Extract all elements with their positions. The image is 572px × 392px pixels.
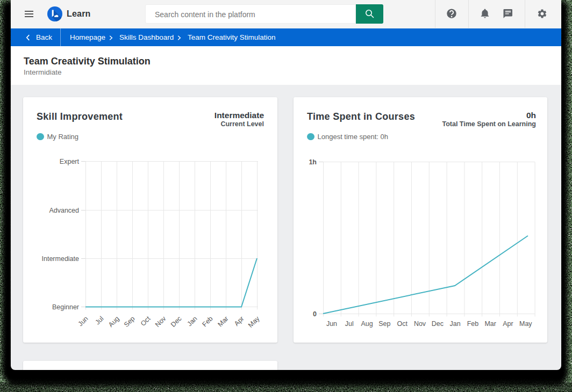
svg-text:Apr: Apr (233, 315, 246, 328)
svg-text:Jun: Jun (76, 315, 89, 328)
svg-text:Aug: Aug (107, 315, 121, 329)
svg-text:Jun: Jun (326, 320, 337, 328)
svg-text:Jan: Jan (185, 315, 198, 328)
svg-text:Feb: Feb (201, 315, 214, 328)
svg-text:Mar: Mar (484, 320, 496, 328)
svg-text:Apr: Apr (503, 320, 513, 328)
svg-text:Dec: Dec (169, 315, 183, 329)
svg-text:May: May (247, 315, 261, 329)
svg-text:Beginner: Beginner (52, 303, 79, 311)
svg-text:Mar: Mar (216, 315, 230, 328)
svg-text:Dec: Dec (432, 320, 444, 328)
svg-text:Nov: Nov (414, 320, 426, 328)
svg-text:Oct: Oct (397, 320, 407, 328)
svg-text:May: May (519, 320, 532, 328)
svg-text:Intermediate: Intermediate (42, 255, 80, 263)
svg-text:Nov: Nov (154, 315, 168, 329)
svg-text:Aug: Aug (361, 320, 373, 328)
svg-text:0: 0 (313, 310, 317, 318)
svg-text:Sep: Sep (123, 315, 137, 329)
svg-text:Advanced: Advanced (49, 207, 79, 214)
svg-text:Jan: Jan (450, 320, 461, 328)
svg-text:Feb: Feb (467, 320, 479, 328)
svg-text:Jul: Jul (94, 315, 105, 326)
svg-text:1h: 1h (309, 158, 317, 166)
svg-text:Oct: Oct (139, 315, 152, 328)
svg-text:Expert: Expert (60, 158, 80, 165)
svg-text:Jul: Jul (345, 320, 354, 328)
svg-text:Sep: Sep (378, 320, 390, 328)
